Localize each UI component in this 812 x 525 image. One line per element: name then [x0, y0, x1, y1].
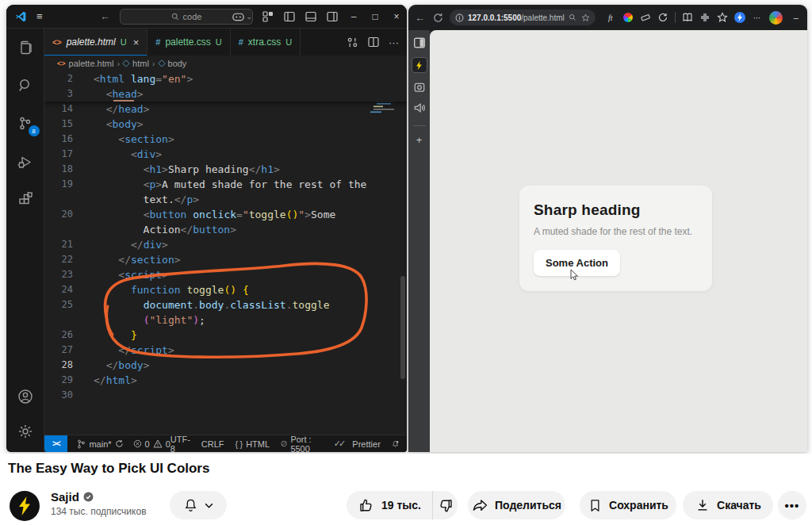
save-button[interactable]: Сохранить — [580, 491, 676, 519]
channel-name[interactable]: Sajid — [51, 490, 94, 504]
puzzle-extension-icon[interactable] — [699, 12, 710, 23]
code-line: Action</button> — [44, 222, 407, 237]
favorites-star-icon[interactable] — [717, 12, 728, 23]
breadcrumb-label: html — [132, 59, 149, 68]
split-editor-icon[interactable] — [368, 36, 379, 48]
breadcrumb-item-palette.html[interactable]: <>palette.html — [57, 59, 113, 68]
symbol-cube-icon — [158, 59, 166, 67]
browser-refresh-icon[interactable] — [433, 13, 443, 23]
code-text: document.body.classList.toggle — [84, 297, 329, 312]
code-line: 22 </section> — [44, 252, 407, 267]
breadcrumb-separator: › — [117, 59, 120, 68]
browser-profile-avatar[interactable] — [769, 11, 783, 25]
url-path: /palette.html — [521, 13, 564, 22]
download-button[interactable]: Скачать — [683, 491, 773, 519]
thumb-down-icon — [437, 497, 454, 514]
color-picker-extension-icon[interactable] — [622, 12, 634, 23]
bolt-extension-button[interactable] — [412, 57, 427, 73]
prettier-item[interactable]: ✓✓ Prettier — [334, 439, 381, 449]
close-tab-icon[interactable]: × — [133, 36, 140, 48]
code-editor[interactable]: 2<html lang="en">3 <head> 14 </head>15 <… — [44, 71, 407, 435]
code-line: 2<html lang="en"> — [44, 71, 407, 86]
side-panel-icon[interactable] — [413, 36, 426, 49]
line-number — [44, 312, 84, 328]
account-icon[interactable] — [16, 387, 35, 406]
notifications-bell-icon[interactable] — [392, 439, 399, 449]
reading-list-icon[interactable] — [682, 12, 693, 23]
capture-icon[interactable] — [413, 81, 426, 94]
settings-gear-icon[interactable] — [16, 422, 35, 441]
close-button[interactable]: × — [391, 11, 402, 22]
code-line: 25 document.body.classList.toggle — [44, 297, 407, 312]
bookmark-star-icon[interactable] — [581, 13, 590, 22]
sync-icon — [115, 439, 124, 448]
speaker-icon[interactable] — [413, 102, 426, 114]
language-mode-item[interactable]: { }HTML — [236, 439, 270, 449]
toggle-secondary-sidebar-icon[interactable] — [327, 11, 338, 22]
thunder-client-icon[interactable] — [734, 12, 745, 23]
more-actions-button[interactable]: ••• — [778, 491, 806, 519]
share-button[interactable]: Поделиться — [468, 491, 565, 519]
channel-avatar[interactable] — [10, 491, 40, 521]
encoding-item[interactable]: UTF-8 — [170, 435, 190, 453]
maximize-button[interactable]: □ — [370, 11, 381, 22]
source-control-icon[interactable]: 8 — [16, 114, 35, 133]
browser-back-icon[interactable]: ← — [415, 12, 425, 24]
tab-palette.html[interactable]: <>palette.htmlU× — [44, 29, 147, 56]
breadcrumb-item-body[interactable]: body — [159, 59, 187, 68]
code-text: <section> — [84, 132, 174, 147]
copilot-icon[interactable]: ⌄ — [232, 12, 252, 21]
more-actions-icon[interactable]: ··· — [389, 36, 399, 48]
site-info-icon[interactable] — [455, 13, 464, 22]
explorer-icon[interactable] — [16, 38, 35, 57]
bell-icon — [183, 498, 198, 513]
code-text: function toggle() { — [84, 282, 249, 297]
line-number: 16 — [44, 132, 84, 147]
tab-xtra.css[interactable]: #xtra.cssU — [231, 29, 301, 56]
breadcrumb-item-html[interactable]: html — [123, 59, 149, 68]
ruler-extension-icon[interactable] — [640, 12, 651, 23]
problems-item[interactable]: 0 0 — [133, 439, 170, 449]
subscribed-bell-button[interactable] — [170, 491, 227, 519]
sidebar-add-icon[interactable]: + — [416, 134, 423, 146]
run-debug-icon[interactable] — [16, 152, 35, 171]
tab-palette.css[interactable]: #palette.cssU — [147, 29, 230, 56]
breadcrumb-label: palette.html — [69, 59, 114, 68]
omnibox-search-icon[interactable] — [569, 13, 576, 21]
toggle-sidebar-icon[interactable] — [284, 11, 295, 22]
line-number: 25 — [44, 297, 84, 312]
menu-icon[interactable]: ≡ — [36, 10, 43, 22]
untracked-badge: U — [285, 37, 292, 47]
remote-indicator[interactable]: >< — [44, 435, 67, 453]
live-server-port-item[interactable]: Port : 5500 — [281, 435, 323, 453]
refresh-extension-icon[interactable] — [657, 12, 668, 23]
eol-item[interactable]: CRLF — [201, 439, 224, 449]
braces-icon: { } — [236, 439, 243, 449]
url-bar[interactable]: 127.0.0.1:5500/palette.html — [450, 10, 596, 25]
toggle-panel-icon[interactable] — [305, 11, 316, 22]
editor-scrollbar[interactable] — [400, 276, 405, 379]
code-text: </head> — [84, 102, 149, 117]
line-number: 30 — [44, 388, 84, 403]
minimize-button[interactable]: – — [348, 11, 359, 22]
git-branch-item[interactable]: main* — [77, 439, 123, 449]
extensions-icon[interactable] — [16, 190, 35, 209]
like-button[interactable]: 19 тыс. — [347, 491, 432, 519]
dislike-button[interactable] — [432, 491, 458, 519]
double-check-icon: ✓✓ — [334, 439, 343, 449]
browser-minimize-button[interactable]: – — [794, 13, 799, 22]
branch-icon — [77, 439, 86, 449]
customize-layout-icon[interactable] — [262, 11, 274, 22]
breadcrumb[interactable]: <>palette.html›html›body — [44, 56, 407, 71]
line-number: 28 — [44, 358, 84, 373]
line-number: 22 — [44, 252, 84, 267]
fonts-extension-icon[interactable]: ft — [605, 12, 616, 23]
back-icon[interactable]: ← — [100, 10, 110, 22]
search-sidebar-icon[interactable] — [16, 76, 35, 95]
code-line: text.</p> — [44, 192, 407, 207]
toolbar-more-icon[interactable]: ⋯ — [752, 12, 763, 23]
breadcrumb-label: body — [168, 59, 187, 68]
vscode-window: ≡ ← → code ⌄ – □ × — [6, 5, 407, 452]
open-changes-icon[interactable] — [347, 36, 358, 48]
untracked-badge: U — [216, 37, 222, 47]
